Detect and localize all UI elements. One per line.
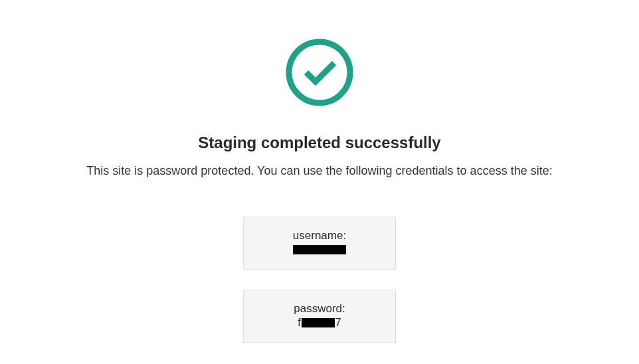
password-prefix: f — [298, 317, 300, 328]
page-title: Staging completed successfully — [198, 134, 440, 152]
password-box: password: f7 — [243, 290, 396, 343]
username-label: username: — [250, 229, 389, 242]
redacted-block — [302, 318, 335, 327]
description-text: This site is password protected. You can… — [86, 164, 552, 178]
redacted-block — [293, 245, 346, 254]
password-label: password: — [250, 302, 389, 316]
password-suffix: 7 — [335, 317, 341, 328]
password-value: f7 — [298, 317, 341, 329]
svg-point-0 — [289, 42, 350, 103]
username-box: username: — [243, 217, 396, 270]
success-check-icon — [284, 37, 355, 108]
username-value — [293, 244, 346, 256]
